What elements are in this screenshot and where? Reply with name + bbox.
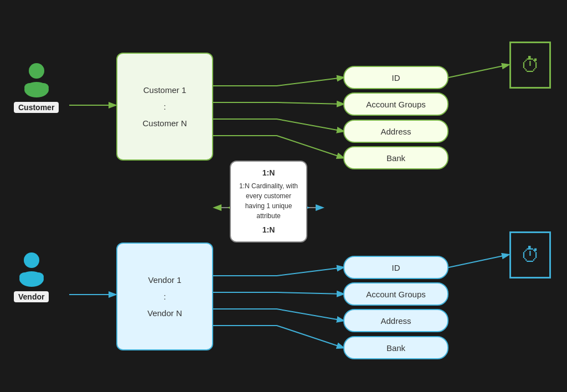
svg-point-9 [38, 83, 49, 92]
blue-attr-id: ID [343, 256, 449, 279]
customer-label: Customer [14, 102, 59, 113]
svg-point-12 [19, 272, 30, 281]
vendor-person-icon [15, 250, 48, 289]
green-attr-id: ID [343, 66, 449, 89]
timer-icon-blue: ⏱ [520, 244, 540, 267]
timer-icon-green: ⏱ [520, 54, 540, 77]
green-attr-account-groups: Account Groups [343, 92, 449, 116]
svg-line-3 [449, 255, 508, 267]
customer-box-text3: Customer N [142, 115, 187, 132]
vendor-box: Vendor 1 : Vendor N [116, 243, 213, 350]
blue-attr-address: Address [343, 309, 449, 332]
cardinality-top: 1:N [238, 167, 300, 179]
customer-person-icon [20, 61, 53, 100]
green-attr-address: Address [343, 120, 449, 143]
vendor-box-text2: : [163, 288, 166, 305]
customer-box: Customer 1 : Customer N [116, 53, 213, 161]
svg-point-6 [29, 63, 44, 79]
cardinality-bottom: 1:N [238, 224, 300, 236]
customer-box-text1: Customer 1 [143, 82, 187, 99]
svg-point-10 [24, 252, 39, 268]
customer-box-text2: : [163, 99, 166, 115]
timer-box-blue: ⏱ [509, 231, 551, 278]
vendor-icon-group: Vendor [14, 250, 49, 302]
svg-point-8 [24, 83, 35, 92]
diagram-area: Customer Vendor Customer 1 : Customer N … [0, 0, 567, 392]
cardinality-body: 1:N Cardinality, with every customer hav… [238, 181, 300, 221]
timer-box-green: ⏱ [509, 42, 551, 89]
customer-icon-group: Customer [14, 61, 59, 113]
green-attr-bank: Bank [343, 146, 449, 169]
svg-line-1 [449, 65, 508, 78]
blue-attr-account-groups: Account Groups [343, 282, 449, 306]
cardinality-box: 1:N 1:N Cardinality, with every customer… [230, 161, 307, 243]
vendor-label: Vendor [14, 291, 49, 302]
vendor-box-text1: Vendor 1 [148, 272, 181, 288]
vendor-box-text3: Vendor N [147, 305, 182, 322]
blue-attr-bank: Bank [343, 336, 449, 359]
svg-point-13 [33, 272, 44, 281]
